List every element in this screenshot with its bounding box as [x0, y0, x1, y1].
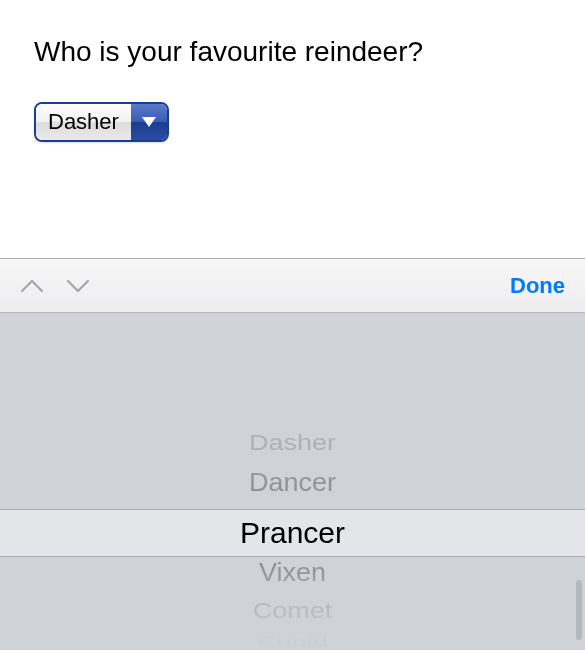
- question-label: Who is your favourite reindeer?: [34, 36, 551, 68]
- picker-wheel[interactable]: Dasher Dancer Vixen Comet Cupid Prancer: [0, 313, 585, 650]
- dropdown-selected-label: Dasher: [36, 104, 131, 140]
- picker-item[interactable]: Dancer: [0, 462, 585, 502]
- previous-field-button[interactable]: [20, 278, 44, 294]
- picker-item[interactable]: Dasher: [0, 429, 585, 458]
- done-button[interactable]: Done: [510, 273, 565, 299]
- input-accessory-area: Done Dasher Dancer Vixen Comet Cupid Pra…: [0, 258, 585, 650]
- accessory-bar: Done: [0, 259, 585, 313]
- picker-selected-value: Prancer: [240, 516, 345, 550]
- next-field-button[interactable]: [66, 278, 90, 294]
- scrollbar-indicator: [576, 580, 582, 640]
- picker-item[interactable]: Comet: [0, 597, 585, 626]
- svg-marker-0: [142, 117, 156, 127]
- reindeer-dropdown[interactable]: Dasher: [34, 102, 169, 142]
- picker-item[interactable]: Cupid: [0, 635, 585, 649]
- picker-selection-indicator: Prancer: [0, 509, 585, 557]
- dropdown-arrow-icon: [131, 104, 167, 140]
- picker-item[interactable]: Vixen: [0, 552, 585, 592]
